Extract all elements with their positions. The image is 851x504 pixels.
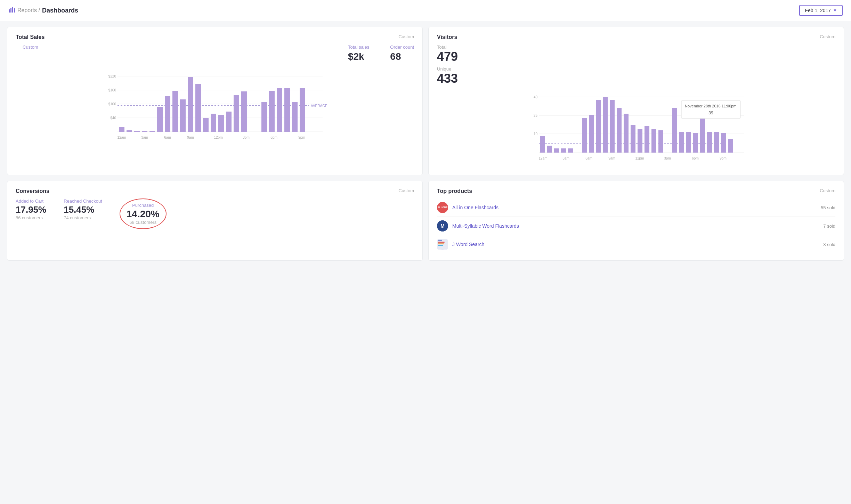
svg-rect-15: [119, 127, 124, 132]
svg-rect-95: [438, 242, 445, 243]
total-visitors-value: 479: [437, 50, 835, 64]
svg-rect-57: [561, 148, 566, 153]
added-to-cart-sub: 86 customers: [16, 215, 46, 220]
svg-rect-55: [547, 146, 552, 153]
svg-rect-18: [142, 131, 147, 132]
svg-text:6am: 6am: [164, 136, 171, 139]
svg-rect-60: [589, 115, 594, 153]
unique-visitors-value: 433: [437, 72, 835, 86]
purchased-sub: 68 customers: [129, 220, 156, 225]
product-2-icon: M: [437, 220, 448, 231]
product-1-icon: ALL ONE: [437, 202, 448, 213]
visitors-custom[interactable]: Custom: [820, 34, 835, 39]
svg-rect-56: [554, 148, 559, 153]
svg-rect-54: [540, 136, 545, 153]
svg-rect-78: [721, 133, 726, 153]
sales-metrics: Custom Total sales $2k Order count 68: [16, 44, 414, 62]
svg-rect-20: [157, 107, 163, 132]
svg-text:M: M: [440, 223, 445, 229]
svg-text:25: 25: [534, 114, 538, 117]
svg-text:3am: 3am: [141, 136, 148, 139]
svg-text:9am: 9am: [187, 136, 194, 139]
svg-rect-36: [292, 102, 298, 132]
visitors-header: Visitors Custom: [437, 34, 835, 40]
order-count-group: Order count 68: [390, 44, 414, 62]
total-visitors-label: Total: [437, 44, 835, 50]
svg-rect-26: [203, 118, 209, 132]
svg-rect-65: [624, 114, 629, 153]
product-3-name[interactable]: J Word Search: [452, 242, 823, 247]
svg-rect-17: [134, 131, 140, 132]
order-count-label: Order count: [390, 44, 414, 50]
product-1-name[interactable]: All in One Flashcards: [452, 205, 821, 210]
svg-rect-62: [603, 97, 608, 153]
svg-rect-16: [127, 130, 132, 132]
total-sales-label: Total sales: [348, 44, 369, 50]
reached-checkout-sub: 74 customers: [64, 215, 102, 220]
reached-checkout-value: 15.45%: [64, 204, 102, 215]
top-products-custom[interactable]: Custom: [820, 188, 835, 193]
svg-text:November 28th 2016 11:00pm: November 28th 2016 11:00pm: [685, 104, 737, 108]
svg-rect-33: [269, 91, 275, 132]
svg-rect-96: [438, 243, 444, 244]
svg-rect-1: [10, 8, 11, 13]
product-item: J Word Search 3 sold: [437, 235, 835, 253]
products-list: ALL ONE All in One Flashcards 55 sold M …: [437, 198, 835, 253]
sales-row-label: Custom: [23, 44, 38, 50]
svg-text:$220: $220: [108, 74, 116, 78]
svg-rect-80: [681, 100, 740, 119]
header-left: Reports / Dashboards: [8, 6, 78, 15]
visitors-title: Visitors: [437, 34, 457, 40]
svg-rect-77: [714, 132, 719, 153]
svg-rect-19: [149, 131, 155, 132]
svg-rect-24: [188, 77, 193, 132]
svg-rect-76: [707, 132, 712, 153]
svg-text:3pm: 3pm: [243, 136, 249, 139]
svg-rect-64: [617, 108, 622, 153]
added-to-cart-group: Added to Cart 17.95% 86 customers: [16, 198, 46, 229]
svg-rect-71: [672, 108, 677, 153]
breadcrumb[interactable]: Reports /: [17, 7, 40, 14]
chevron-down-icon: ▼: [833, 8, 837, 13]
header: Reports / Dashboards Feb 1, 2017 ▼: [0, 0, 851, 21]
svg-text:9pm: 9pm: [298, 136, 305, 139]
svg-rect-0: [9, 9, 10, 13]
svg-text:$40: $40: [110, 116, 116, 120]
total-sales-group: Total sales $2k: [348, 44, 369, 62]
svg-rect-31: [241, 91, 247, 132]
conversions-card: Conversions Custom Added to Cart 17.95% …: [7, 181, 423, 261]
visitors-chart: 40 25 10: [437, 90, 835, 168]
svg-rect-94: [438, 240, 442, 241]
purchased-value: 14.20%: [127, 209, 160, 220]
conversions-custom[interactable]: Custom: [398, 188, 414, 193]
total-sales-custom[interactable]: Custom: [398, 34, 414, 39]
svg-text:9pm: 9pm: [720, 156, 726, 160]
date-picker-button[interactable]: Feb 1, 2017 ▼: [799, 5, 843, 16]
product-item: M Multi-Syllabic Word Flashcards 7 sold: [437, 217, 835, 235]
svg-text:6am: 6am: [585, 156, 592, 160]
svg-text:$100: $100: [108, 102, 116, 106]
svg-rect-30: [234, 95, 239, 132]
svg-text:12am: 12am: [117, 136, 126, 139]
conversions-metrics: Added to Cart 17.95% 86 customers Reache…: [16, 198, 414, 229]
svg-rect-25: [195, 84, 201, 132]
added-to-cart-label: Added to Cart: [16, 198, 46, 204]
svg-text:12am: 12am: [538, 156, 547, 160]
sales-chart: $220 $160 $100 $40 AVERAGE: [16, 69, 414, 147]
conversions-header: Conversions Custom: [16, 188, 414, 194]
reports-icon: [8, 6, 15, 15]
product-2-name[interactable]: Multi-Syllabic Word Flashcards: [452, 223, 823, 229]
svg-rect-61: [596, 100, 601, 153]
total-sales-title: Total Sales: [16, 34, 44, 40]
svg-text:6pm: 6pm: [270, 136, 277, 139]
product-3-icon: [437, 239, 448, 250]
conversions-title: Conversions: [16, 188, 49, 194]
svg-text:39: 39: [708, 111, 713, 115]
svg-rect-66: [631, 125, 635, 153]
svg-rect-72: [679, 132, 684, 153]
svg-rect-73: [686, 132, 691, 153]
svg-text:$160: $160: [108, 88, 116, 92]
svg-text:12pm: 12pm: [214, 136, 222, 139]
total-sales-card: Total Sales Custom Custom Total sales $2…: [7, 27, 423, 175]
svg-rect-79: [728, 139, 733, 153]
